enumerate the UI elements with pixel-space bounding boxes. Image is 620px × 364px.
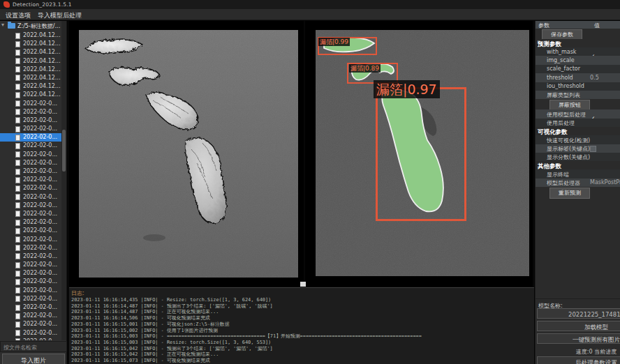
file-name: 2022-02-0... [23, 312, 57, 319]
tree-file-item[interactable]: 2022-02-0... [0, 295, 61, 303]
tree-file-item[interactable]: 2022-02-0... [0, 338, 61, 340]
file-icon [15, 202, 20, 208]
param-row[interactable]: 显示终端 [536, 169, 620, 178]
log-console[interactable]: 日志: 2023-01-11 16:16:14,435 |INFO| - Res… [69, 287, 534, 364]
expand-arrow-icon[interactable]: ▾ [1, 22, 4, 28]
param-row[interactable]: 使用模型后处理 [536, 109, 620, 118]
tree-file-item[interactable]: 2022-02-0... [0, 227, 61, 235]
load-model-button[interactable]: 加载模型 [537, 321, 620, 331]
param-row[interactable]: 屏蔽类型列表 [536, 91, 620, 99]
param-row[interactable]: 显示标签(关键点) [536, 144, 620, 153]
predict-all-button[interactable]: 一键预测所有图片 [537, 333, 620, 344]
tree-file-item[interactable]: 2022.04.12... [0, 31, 61, 40]
menu-settings[interactable]: 设置选项 [3, 10, 34, 21]
file-icon [15, 135, 20, 141]
tree-file-item[interactable]: 2022-02-0... [0, 329, 61, 338]
file-icon [15, 228, 20, 234]
tree-file-item[interactable]: 2022-02-0... [0, 269, 61, 278]
file-icon [15, 66, 20, 73]
tree-file-item[interactable]: 2022-02-0... [0, 125, 61, 133]
search-input[interactable]: 按文件名检索 [0, 341, 67, 352]
tree-file-item[interactable]: 2022.04.12... [0, 66, 61, 74]
log-line: 2023-01-11 16:16:15,042 |INFO| - 正在可视化预测… [71, 351, 534, 358]
tree-file-item[interactable]: 2022.04.12... [0, 57, 61, 66]
file-icon [15, 305, 20, 311]
param-row[interactable]: 预测参数 [536, 39, 620, 47]
file-tree-list: 2022.04.12... 2022.04.12... 2022.04.12..… [0, 31, 61, 340]
log-line: 2023-01-11 16:16:15,003 |INFO| - =======… [71, 333, 534, 340]
tree-file-item[interactable]: 2022-02-0... [0, 261, 61, 269]
file-name: 2022-02-0... [23, 236, 57, 243]
tree-scrollbar-thumb[interactable] [62, 130, 66, 172]
import-image-button[interactable]: 导入图片 [2, 354, 65, 364]
detection-image-panel[interactable]: 漏箔|0.99 漏箔|0.89 漏箔|0.97 [305, 21, 533, 287]
param-row[interactable]: iou_threshold [536, 82, 620, 91]
app-logo-icon [3, 1, 10, 8]
tree-file-item[interactable]: 2022.04.12... [0, 74, 61, 82]
param-row[interactable]: scale_factor [536, 65, 620, 73]
tree-file-item[interactable]: 2022-02-0... [0, 210, 61, 218]
param-label: 重新预测 [549, 188, 590, 199]
tree-file-item[interactable]: 2022-02-0... [0, 320, 61, 328]
param-row[interactable]: 屏蔽按钮 [536, 99, 620, 109]
param-row[interactable]: 快速可视化(检测) [536, 135, 620, 144]
tree-file-item[interactable]: 2022-02-0... [0, 218, 61, 227]
tree-file-item[interactable]: 2022.04.12... [0, 82, 61, 91]
tree-file-item[interactable]: 2022-02-0... [0, 312, 61, 320]
detection-label: 漏箔|0.89 [349, 64, 381, 73]
file-name: 2022-02-0... [23, 321, 57, 327]
tree-file-item[interactable]: 2022-02-0... [0, 202, 61, 210]
tree-file-item[interactable]: 2022.04.12... [0, 48, 61, 56]
log-line: 2023-01-11 16:16:14,506 |INFO| - 可视化预测结果… [71, 315, 534, 321]
tree-scrollbar-track[interactable] [61, 21, 66, 340]
source-image [79, 30, 298, 278]
tree-file-item[interactable]: 2022-02-0... [0, 116, 61, 125]
param-checkbox[interactable] [590, 146, 596, 152]
menu-import-postprocess[interactable]: 导入模型后处理 [35, 10, 84, 21]
tree-file-item[interactable]: 2022-02-0... [0, 108, 61, 116]
tree-file-item[interactable]: 2022-02-0... [0, 287, 61, 295]
tree-file-item[interactable]: 2022-02-0... [0, 236, 61, 244]
tree-file-item[interactable]: 2022-02-0... [0, 303, 61, 312]
param-row[interactable]: with_mask [536, 47, 620, 56]
param-row[interactable]: 保存参数 [536, 29, 620, 39]
tree-file-item[interactable]: 2022.04.12... [0, 40, 61, 48]
file-icon [15, 330, 20, 336]
tree-file-item[interactable]: 2022.04.12... [0, 91, 61, 99]
source-image-panel[interactable] [69, 21, 304, 287]
param-row[interactable]: threshold 0.5 [536, 73, 620, 82]
tree-file-item[interactable]: 2022-02-0... [0, 193, 61, 202]
tree-file-item[interactable]: 2022-02-0... [0, 159, 61, 167]
param-row[interactable]: 可视化参数 [536, 127, 620, 135]
splitter-handle[interactable] [300, 282, 306, 287]
param-row[interactable]: 使用后处理 [536, 119, 620, 127]
tree-file-item[interactable]: 2022-02-0... [0, 252, 61, 261]
param-row[interactable]: 模型后处理器 MaskPostPro [536, 179, 620, 187]
file-name: 2022-02-0... [23, 287, 57, 294]
param-label: 使用后处理 [547, 119, 575, 127]
file-name: 2022.04.12... [23, 91, 60, 98]
tree-root-folder[interactable]: ▾ Z:/5-标注数据/... [0, 22, 67, 31]
file-name: 2022.04.12... [23, 83, 60, 89]
postprocess-params-button[interactable]: 后处理参数设置 [537, 356, 620, 364]
param-row[interactable]: 显示分数(关键点) [536, 153, 620, 161]
tree-file-item[interactable]: 2022-02-0... [0, 133, 61, 142]
param-row[interactable]: img_scale [536, 56, 620, 64]
model-name-field[interactable]: 20221225_174813 [537, 308, 620, 319]
file-icon [15, 279, 20, 285]
param-label: 使用模型后处理 [547, 111, 586, 119]
detection-box [376, 87, 466, 221]
param-label: 快速可视化(检测) [547, 137, 590, 144]
tree-file-item[interactable]: 2022-02-0... [0, 167, 61, 176]
file-icon [15, 296, 20, 302]
tree-file-item[interactable]: 2022-02-0... [0, 176, 61, 184]
tree-file-item[interactable]: 2022-02-0... [0, 278, 61, 286]
tree-file-item[interactable]: 2022-02-0... [0, 100, 61, 108]
tree-file-item[interactable]: 2022-02-0... [0, 151, 61, 159]
file-icon [15, 58, 20, 64]
param-row[interactable]: 重新预测 [536, 187, 620, 197]
tree-file-item[interactable]: 2022-02-0... [0, 244, 61, 252]
tree-file-item[interactable]: 2022-02-0... [0, 184, 61, 192]
param-row[interactable]: 其他参数 [536, 161, 620, 169]
tree-file-item[interactable]: 2022-02-0... [0, 142, 61, 150]
